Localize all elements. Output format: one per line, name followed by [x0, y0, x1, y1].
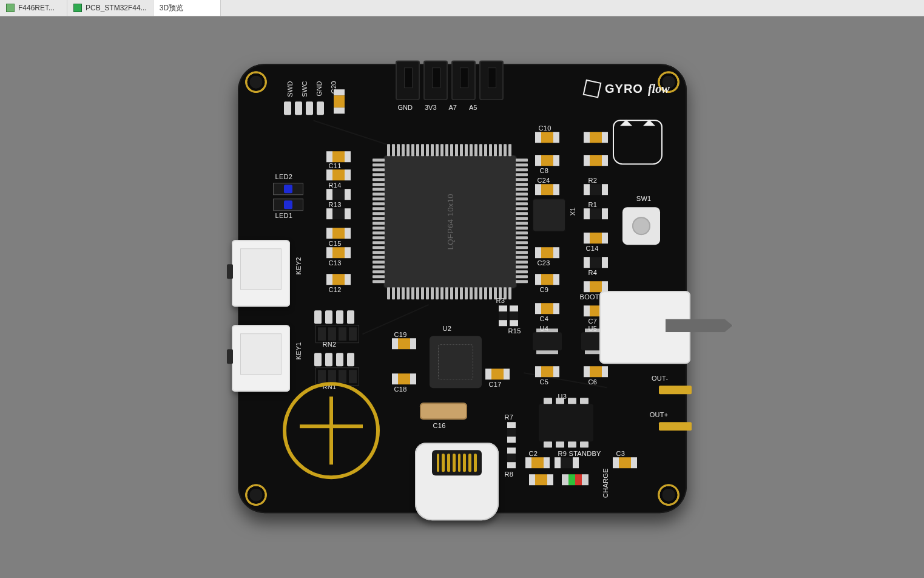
- silk-c24: C24: [538, 177, 550, 184]
- c14: [584, 233, 608, 243]
- cat-doodle: [613, 120, 663, 165]
- silk-c13: C13: [329, 259, 342, 267]
- r4: [584, 257, 608, 268]
- swd-pads: [284, 101, 324, 115]
- trace: [313, 120, 417, 155]
- silk-u5: U5: [588, 325, 598, 332]
- pcb-board: GND 3V3 A7 A5 SWD SWC GND C20 GYRO flow …: [238, 64, 687, 513]
- r2: [584, 184, 608, 195]
- u3-so8: [539, 404, 593, 441]
- silk-r8: R8: [505, 471, 514, 478]
- sw1-tact: [622, 207, 660, 245]
- mount-hole: [658, 484, 680, 506]
- silk-charge: CHARGE: [602, 468, 609, 498]
- mcu-marking: LQFP64 10x10: [445, 194, 454, 250]
- r3: [499, 305, 507, 326]
- r14: [326, 189, 351, 200]
- out-plus-pin: [659, 422, 692, 430]
- tab-label: F446RET...: [18, 4, 55, 12]
- header-labels: GND 3V3 A7 A5: [398, 104, 477, 111]
- rn2-pads: [314, 310, 354, 324]
- mcu-lqfp64: LQFP64 10x10: [383, 155, 517, 288]
- led2: [273, 183, 303, 195]
- x1-ic: [533, 199, 565, 231]
- silk-c10: C10: [539, 124, 551, 132]
- silk-led1: LED1: [275, 212, 293, 219]
- brand-text-1: GYRO: [605, 82, 643, 96]
- logo-medallion: [283, 382, 380, 479]
- c15: [326, 228, 351, 239]
- silk-c7: C7: [588, 318, 598, 325]
- usb-c-connector: [415, 443, 499, 520]
- brand-gyroflow: GYRO flow: [584, 81, 669, 97]
- silk-swd: SWD: [286, 81, 294, 97]
- rn2: [315, 325, 359, 343]
- c6: [584, 366, 608, 377]
- silk-c3: C3: [616, 450, 626, 457]
- r15: [510, 305, 518, 326]
- silk-r3: R3: [496, 297, 505, 304]
- c17: [485, 369, 510, 379]
- silk-standby: STANDBY: [569, 450, 601, 457]
- pin-label: A7: [449, 104, 457, 111]
- r1: [584, 208, 608, 219]
- silk-key2: KEY2: [295, 257, 302, 274]
- trace: [362, 304, 428, 335]
- header-4pin: [396, 60, 504, 100]
- silk-outp: OUT+: [650, 411, 669, 418]
- silk-r1: R1: [588, 201, 598, 208]
- silk-led2: LED2: [275, 173, 293, 180]
- c8: [535, 155, 559, 166]
- rn1-pads: [314, 353, 354, 366]
- r7: [507, 422, 516, 443]
- silk-c17: C17: [489, 381, 502, 388]
- silk-r15: R15: [508, 327, 521, 335]
- r8: [507, 447, 516, 468]
- cube-icon: [583, 80, 602, 98]
- mount-hole: [245, 71, 267, 93]
- mcu-leads-left: [373, 158, 385, 283]
- silk-r4: R4: [588, 269, 598, 276]
- silk-r7: R7: [505, 413, 514, 421]
- u4: [533, 332, 562, 350]
- out-minus-pin: [659, 386, 692, 394]
- silk-c14: C14: [586, 245, 599, 252]
- silk-x1: X1: [569, 207, 576, 216]
- silk-c18: C18: [394, 386, 407, 393]
- tab-label: PCB_STM32F44...: [86, 4, 147, 12]
- smd: [326, 151, 351, 162]
- jst-key2: [232, 240, 290, 307]
- tab-3d-preview[interactable]: 3D预览: [153, 0, 221, 16]
- silk-rn2: RN2: [323, 341, 337, 348]
- silk-c9: C9: [540, 286, 549, 293]
- mcu-leads-right: [516, 158, 528, 283]
- silk-r2: R2: [588, 177, 598, 184]
- c13: [326, 247, 351, 258]
- c24: [535, 184, 559, 195]
- pin-label: A5: [469, 104, 477, 111]
- silk-c12: C12: [329, 286, 342, 293]
- smd: [584, 155, 608, 166]
- crystal: [420, 403, 467, 420]
- c20: [334, 89, 345, 114]
- u2-qfn: [430, 336, 482, 388]
- 3d-viewport[interactable]: GND 3V3 A7 A5 SWD SWC GND C20 GYRO flow …: [0, 16, 924, 578]
- silk-key1: KEY1: [295, 342, 302, 359]
- r13: [326, 208, 351, 219]
- silk-outm: OUT-: [652, 375, 668, 382]
- schematic-icon: [6, 4, 15, 12]
- c18: [392, 373, 416, 384]
- silk-u2: U2: [443, 325, 452, 332]
- silk-c4: C4: [540, 315, 549, 322]
- tab-schematic[interactable]: F446RET...: [0, 0, 67, 16]
- silk-c5: C5: [540, 378, 549, 386]
- c10: [535, 132, 559, 143]
- c2: [525, 457, 550, 468]
- r9: [555, 457, 579, 468]
- tab-label: 3D预览: [160, 3, 183, 13]
- charge-standby-leds: [562, 474, 588, 485]
- tab-pcb[interactable]: PCB_STM32F44...: [67, 0, 153, 16]
- silk-c23: C23: [538, 259, 550, 267]
- silk-c15: C15: [329, 240, 342, 247]
- standby-led-pad: [529, 474, 553, 485]
